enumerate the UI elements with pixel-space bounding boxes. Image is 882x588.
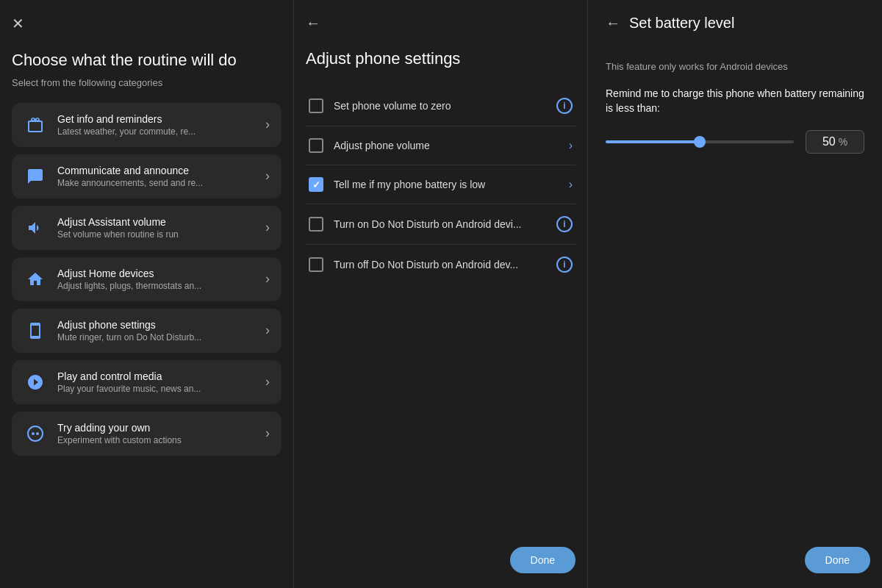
settings-item-dnd-off[interactable]: Turn off Do Not Disturb on Android dev..… — [306, 245, 576, 284]
category-text-adjust-volume: Adjust Assistant volume Set volume when … — [57, 216, 255, 240]
info-icon-dnd-off[interactable]: i — [556, 257, 573, 273]
category-subtitle-get-info: Latest weather, your commute, re... — [57, 126, 255, 137]
category-text-custom: Try adding your own Experiment with cust… — [57, 422, 255, 445]
category-subtitle-phone-settings: Mute ringer, turn on Do Not Disturb... — [57, 332, 255, 343]
category-subtitle-communicate: Make announcements, send and re... — [57, 178, 255, 188]
category-item-adjust-volume[interactable]: Adjust Assistant volume Set volume when … — [12, 206, 282, 250]
settings-list: Set phone volume to zero i Adjust phone … — [306, 86, 576, 284]
category-title-communicate: Communicate and announce — [57, 165, 255, 176]
chevron-right-icon: › — [265, 323, 270, 338]
right-panel: ← Set battery level This feature only wo… — [588, 0, 882, 588]
chevron-right-icon: › — [265, 220, 270, 235]
chevron-right-icon: › — [569, 139, 573, 152]
svg-point-0 — [28, 426, 43, 441]
right-done-button-container: Done — [805, 547, 870, 573]
settings-item-label-adjust-volume: Adjust phone volume — [334, 140, 559, 151]
middle-panel-title: Adjust phone settings — [306, 49, 576, 68]
chevron-right-icon: › — [569, 178, 573, 191]
category-item-get-info[interactable]: Get info and reminders Latest weather, y… — [12, 103, 282, 147]
right-feature-note: This feature only works for Android devi… — [606, 61, 864, 72]
left-panel: ✕ Choose what the routine will do Select… — [0, 0, 294, 588]
category-title-custom: Try adding your own — [57, 422, 255, 434]
middle-done-button-container: Done — [510, 547, 576, 573]
category-title-get-info: Get info and reminders — [57, 113, 255, 125]
category-text-home-devices: Adjust Home devices Adjust lights, plugs… — [57, 268, 255, 291]
right-panel-title-row: ← Set battery level — [606, 15, 864, 32]
home-icon — [24, 268, 47, 291]
category-title-media: Play and control media — [57, 370, 255, 382]
checkbox-dnd-on[interactable] — [309, 217, 323, 232]
settings-item-battery-low[interactable]: Tell me if my phone battery is low › — [306, 165, 576, 204]
percent-value: 50 — [822, 135, 836, 148]
category-item-communicate[interactable]: Communicate and announce Make announceme… — [12, 154, 282, 198]
middle-panel: ← Adjust phone settings Set phone volume… — [294, 0, 588, 588]
category-title-home-devices: Adjust Home devices — [57, 268, 255, 279]
settings-item-label-battery-low: Tell me if my phone battery is low — [334, 179, 559, 190]
category-text-media: Play and control media Play your favouri… — [57, 370, 255, 394]
category-item-phone-settings[interactable]: Adjust phone settings Mute ringer, turn … — [12, 309, 282, 353]
chevron-right-icon: › — [265, 374, 270, 390]
right-done-button[interactable]: Done — [805, 547, 870, 573]
checkbox-battery-low[interactable] — [309, 177, 323, 192]
category-subtitle-custom: Experiment with custom actions — [57, 435, 255, 445]
settings-item-label-dnd-on: Turn on Do Not Disturb on Android devi..… — [334, 218, 546, 230]
battery-slider-fill — [606, 140, 700, 143]
chevron-right-icon: › — [265, 426, 270, 441]
middle-done-button[interactable]: Done — [510, 547, 576, 573]
battery-slider-thumb[interactable] — [694, 136, 706, 148]
category-list: Get info and reminders Latest weather, y… — [12, 103, 282, 456]
battery-slider-track[interactable] — [606, 140, 794, 143]
category-subtitle-home-devices: Adjust lights, plugs, thermostats an... — [57, 281, 255, 291]
category-item-custom[interactable]: Try adding your own Experiment with cust… — [12, 412, 282, 456]
checkbox-adjust-volume[interactable] — [309, 138, 323, 153]
page-title: Choose what the routine will do — [12, 50, 282, 71]
category-title-adjust-volume: Adjust Assistant volume — [57, 216, 255, 228]
right-charge-label: Remind me to charge this phone when batt… — [606, 87, 864, 115]
right-panel-title: Set battery level — [629, 15, 734, 32]
info-icon-volume-zero[interactable]: i — [556, 98, 573, 114]
right-back-icon[interactable]: ← — [606, 15, 620, 32]
category-item-home-devices[interactable]: Adjust Home devices Adjust lights, plugs… — [12, 257, 282, 301]
category-item-media[interactable]: Play and control media Play your favouri… — [12, 360, 282, 404]
settings-item-dnd-on[interactable]: Turn on Do Not Disturb on Android devi..… — [306, 204, 576, 245]
settings-item-label-dnd-off: Turn off Do Not Disturb on Android dev..… — [334, 259, 546, 270]
category-title-phone-settings: Adjust phone settings — [57, 319, 255, 331]
percent-input-box[interactable]: 50 % — [806, 130, 864, 154]
checkbox-dnd-off[interactable] — [309, 257, 323, 272]
page-subtitle: Select from the following categories — [12, 77, 282, 88]
category-subtitle-adjust-volume: Set volume when routine is run — [57, 229, 255, 240]
chevron-right-icon: › — [265, 168, 270, 184]
category-text-get-info: Get info and reminders Latest weather, y… — [57, 113, 255, 137]
svg-point-2 — [36, 432, 39, 435]
category-text-phone-settings: Adjust phone settings Mute ringer, turn … — [57, 319, 255, 343]
settings-item-label-volume-zero: Set phone volume to zero — [334, 100, 546, 112]
percent-symbol: % — [839, 136, 847, 148]
volume-icon — [24, 216, 47, 240]
chat-icon — [24, 165, 47, 188]
back-icon[interactable]: ← — [306, 15, 576, 32]
category-text-communicate: Communicate and announce Make announceme… — [57, 165, 255, 188]
chevron-right-icon: › — [265, 271, 270, 287]
radio-icon — [24, 113, 47, 137]
checkbox-volume-zero[interactable] — [309, 98, 323, 113]
slider-row: 50 % — [606, 130, 864, 154]
category-subtitle-media: Play your favourite music, news an... — [57, 384, 255, 394]
close-icon[interactable]: ✕ — [12, 15, 282, 32]
settings-item-adjust-volume[interactable]: Adjust phone volume › — [306, 126, 576, 165]
play-icon — [24, 370, 47, 394]
chevron-right-icon: › — [265, 117, 270, 132]
phone-icon — [24, 319, 47, 343]
svg-point-1 — [32, 432, 35, 435]
assistant-icon — [24, 422, 47, 445]
info-icon-dnd-on[interactable]: i — [556, 216, 573, 232]
settings-item-volume-zero[interactable]: Set phone volume to zero i — [306, 86, 576, 126]
